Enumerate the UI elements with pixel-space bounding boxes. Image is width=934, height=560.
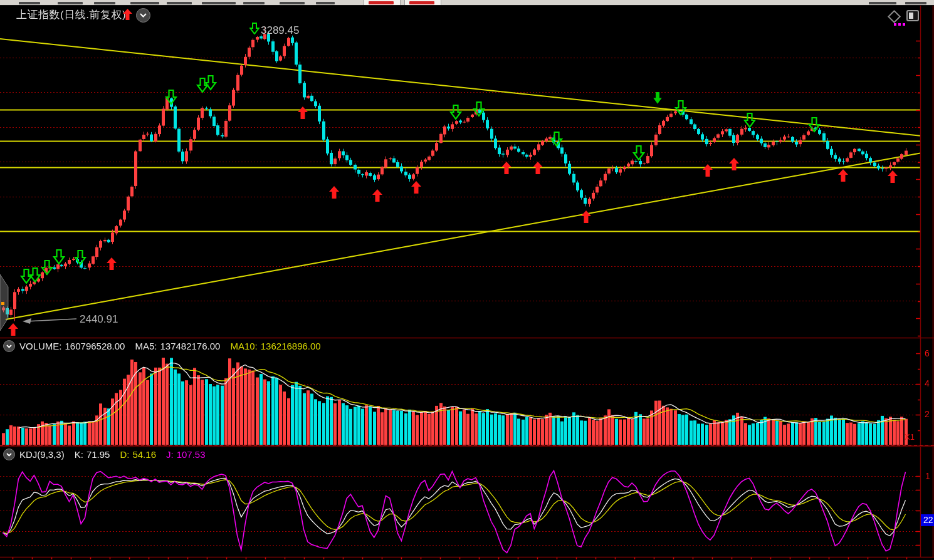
volume-axis-tick-label: 2	[925, 410, 930, 418]
kdj-axis-top-label: 1	[925, 472, 930, 480]
volume-value: 160796528.00	[65, 341, 125, 351]
toolbar-button-red-label	[369, 1, 394, 4]
k-value: 71.95	[87, 449, 110, 460]
ma10-value: 136216896.00	[261, 341, 321, 351]
volume-label: VOLUME:	[19, 341, 62, 351]
more-dots-icon	[894, 23, 905, 26]
toolbar-fragment	[905, 2, 926, 4]
volume-axis-tick-label: 6	[925, 349, 930, 358]
d-label: D:	[120, 449, 129, 460]
toolbar-fragment	[167, 2, 192, 4]
volume-axis-tick-label: 4	[925, 379, 930, 388]
toolbar-fragment	[869, 2, 896, 4]
toolbar-fragment	[130, 2, 159, 4]
toolbar-button-red-label	[409, 1, 434, 4]
split-layout-icon[interactable]	[906, 10, 919, 21]
ma10-label: MA10:	[230, 341, 257, 351]
chart-title: 上证指数(日线.前复权)	[16, 8, 126, 22]
chart-canvas[interactable]	[0, 0, 934, 560]
peak-price-label: 3289.45	[261, 24, 299, 37]
sell-arrow-icon	[249, 23, 260, 34]
toolbar-fragment	[94, 2, 115, 4]
j-value: 107.53	[177, 449, 206, 460]
toolbar-fragment	[243, 2, 265, 4]
kdj-pane-header: KDJ(9,3,3) K: 71.95 D: 54.16 J: 107.53	[3, 449, 206, 460]
collapse-main-pane-button chevron-down-icon[interactable]	[136, 8, 150, 23]
toolbar-fragment	[19, 2, 40, 4]
trend-up-icon	[123, 9, 132, 20]
collapse-volume-pane-button chevron-down-icon[interactable]	[3, 340, 15, 352]
j-label: J:	[166, 449, 174, 460]
ma5-label: MA5:	[135, 341, 157, 351]
kdj-indicator-name: KDJ(9,3,3)	[19, 449, 65, 460]
collapse-kdj-pane-button chevron-down-icon[interactable]	[3, 449, 15, 460]
volume-pane-header: VOLUME: 160796528.00 MA5: 137482176.00 M…	[3, 340, 321, 352]
toolbar-fragment	[202, 2, 236, 4]
trading-terminal-window: 上证指数(日线.前复权) 3289.45 2440.91 VOLUME: 160…	[0, 0, 934, 560]
toolbar-fragment	[280, 2, 305, 4]
volume-unit-label: X1	[905, 433, 915, 442]
toolbar-fragment	[58, 2, 83, 4]
toolbar-fragment	[316, 2, 335, 4]
low-price-label: 2440.91	[80, 313, 118, 326]
kdj-current-value-badge: 22	[921, 514, 934, 526]
top-toolbar[interactable]	[0, 0, 934, 6]
k-label: K:	[75, 449, 83, 460]
ma5-value: 137482176.00	[160, 341, 220, 351]
d-value: 54.16	[132, 449, 156, 460]
